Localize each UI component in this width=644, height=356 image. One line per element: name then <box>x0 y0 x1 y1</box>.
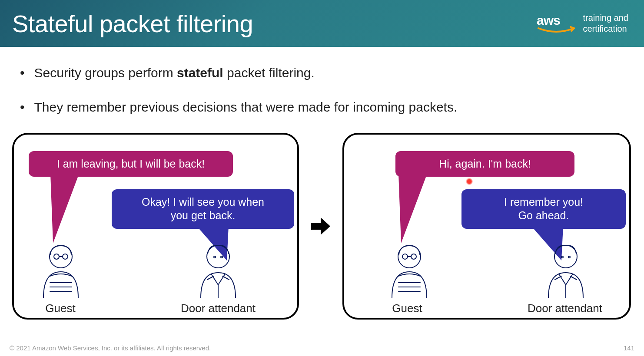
svg-text:aws: aws <box>537 13 560 27</box>
guest-label: Guest <box>37 302 84 315</box>
arrow-right-icon <box>309 215 332 237</box>
svg-point-20 <box>568 256 570 258</box>
slide-header: Stateful packet filtering aws training a… <box>0 0 644 47</box>
slide-title: Stateful packet filtering <box>12 10 253 38</box>
panel-right: Hi, again. I'm back! I remember you! Go … <box>342 133 631 320</box>
guest-icon <box>35 241 87 302</box>
svg-point-19 <box>561 256 563 258</box>
bullet-list: Security groups perform stateful packet … <box>17 64 627 115</box>
bullet-1-post: packet filtering. <box>223 66 315 80</box>
copyright-text: © 2021 Amazon Web Services, Inc. or its … <box>10 344 211 352</box>
attendant-speech-bubble: Okay! I will see you when you get back. <box>112 189 294 229</box>
attendant-line1: Okay! I will see you when <box>123 195 283 209</box>
logo-caption: training and certification <box>583 13 628 34</box>
svg-point-12 <box>402 254 408 259</box>
bullet-item-2: They remember previous decisions that we… <box>17 99 627 115</box>
logo-caption-line1: training and <box>583 13 628 23</box>
guest-speech-bubble: Hi, again. I'm back! <box>395 151 574 177</box>
guest-speech-bubble: I am leaving, but I will be back! <box>29 151 233 177</box>
bullet-1-pre: Security groups perform <box>34 66 177 80</box>
attendant-speech-bubble: I remember you! Go ahead. <box>461 189 626 229</box>
aws-logo-icon: aws <box>537 12 576 35</box>
attendant-label: Door attendant <box>166 302 270 315</box>
svg-point-13 <box>411 254 416 259</box>
aws-logo-block: aws training and certification <box>537 12 628 35</box>
svg-point-9 <box>214 256 216 258</box>
speech-tail-guest <box>50 174 79 243</box>
slide-footer: © 2021 Amazon Web Services, Inc. or its … <box>10 344 634 352</box>
svg-point-10 <box>221 256 222 258</box>
content-area: Security groups perform stateful packet … <box>0 47 644 115</box>
svg-point-3 <box>63 254 68 259</box>
guest-icon <box>383 241 435 302</box>
attendant-icon <box>192 241 244 302</box>
attendant-line2: you get back. <box>123 209 283 222</box>
illustration-panels: I am leaving, but I will be back! Okay! … <box>0 133 644 320</box>
bullet-1-bold: stateful <box>177 66 223 80</box>
bullet-2-text: They remember previous decisions that we… <box>34 99 458 115</box>
svg-point-8 <box>207 245 229 268</box>
bullet-1-text: Security groups perform stateful packet … <box>34 64 315 81</box>
svg-point-2 <box>54 254 59 259</box>
panel-left: I am leaving, but I will be back! Okay! … <box>12 133 299 320</box>
bullet-item-1: Security groups perform stateful packet … <box>17 64 627 81</box>
attendant-icon <box>540 241 592 302</box>
attendant-label: Door attendant <box>513 302 617 315</box>
attendant-line2: Go ahead. <box>473 209 614 222</box>
attendant-line1: I remember you! <box>473 195 614 209</box>
speech-tail-guest <box>398 174 427 243</box>
page-number: 141 <box>624 344 634 352</box>
guest-label: Guest <box>383 302 431 315</box>
logo-caption-line2: certification <box>583 23 628 34</box>
svg-point-18 <box>554 245 577 268</box>
laser-pointer-icon <box>466 178 473 185</box>
